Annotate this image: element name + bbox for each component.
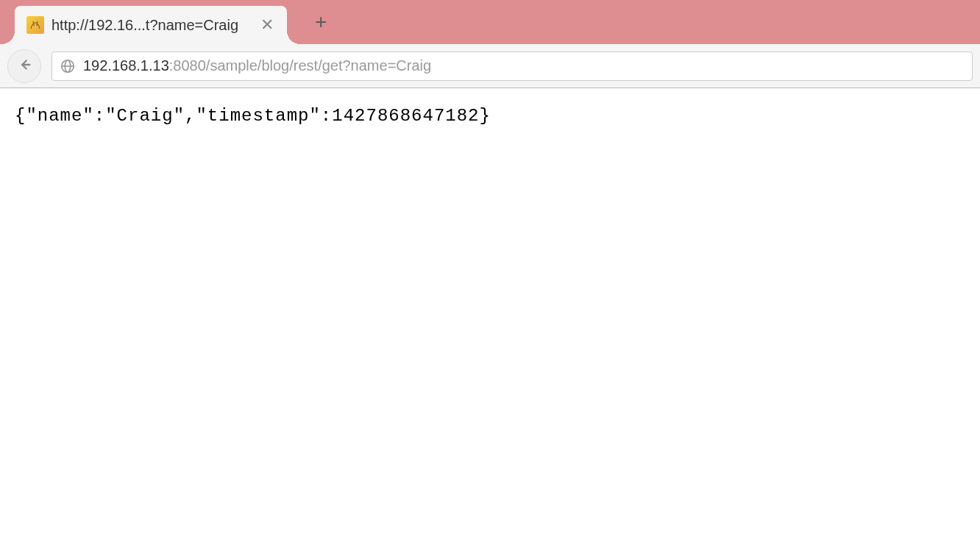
back-button[interactable] [7,49,41,83]
browser-tab[interactable]: http://192.16...t?name=Craig ✕ [15,6,287,44]
back-arrow-icon [16,57,32,76]
svg-point-0 [33,24,35,26]
url-path: :8080/sample/blog/rest/get?name=Craig [169,57,431,74]
svg-point-1 [36,24,38,26]
tab-title: http://192.16...t?name=Craig [52,17,250,34]
address-bar[interactable]: 192.168.1.13:8080/sample/blog/rest/get?n… [52,51,973,81]
page-content: {"name":"Craig","timestamp":142786864718… [0,88,980,143]
globe-icon [60,58,76,74]
tab-strip: http://192.16...t?name=Craig ✕ + [0,0,980,44]
url-text: 192.168.1.13:8080/sample/blog/rest/get?n… [83,57,431,74]
tab-close-icon[interactable]: ✕ [258,15,277,35]
browser-chrome: http://192.16...t?name=Craig ✕ + [0,0,980,88]
toolbar: 192.168.1.13:8080/sample/blog/rest/get?n… [0,44,980,88]
tomcat-favicon [26,16,44,34]
json-response-body: {"name":"Craig","timestamp":142786864718… [15,106,965,126]
new-tab-button[interactable]: + [309,10,333,34]
url-host: 192.168.1.13 [83,57,169,74]
